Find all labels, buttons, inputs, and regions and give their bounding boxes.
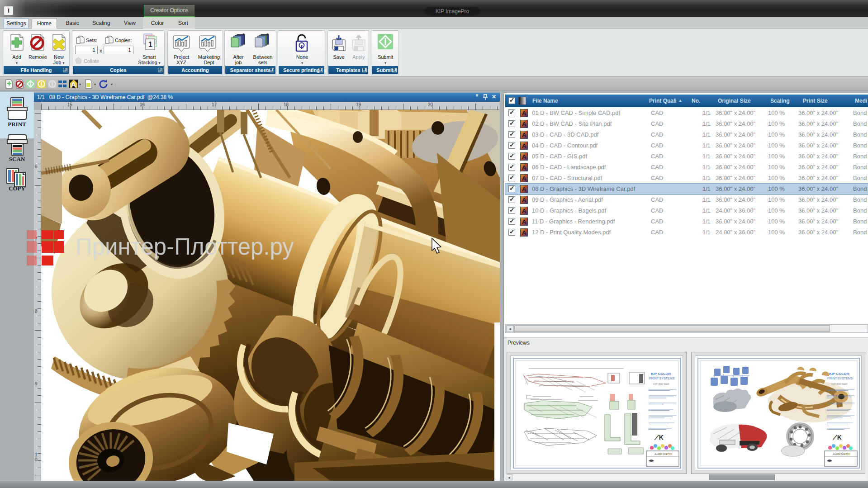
svg-text:KIP COLOR: KIP COLOR (829, 372, 849, 376)
svg-text:ALARM SKETCH: ALARM SKETCH (655, 453, 672, 455)
svg-text:1: 1 (148, 41, 152, 48)
svg-text:PRINT SYSTEMS: PRINT SYSTEMS (827, 377, 853, 380)
svg-text:⟋K: ⟋K (832, 434, 842, 441)
svg-text:PRINT SYSTEMS: PRINT SYSTEMS (649, 377, 675, 380)
svg-text:A: A (71, 81, 76, 88)
svg-text:KIP COLOR: KIP COLOR (651, 372, 671, 376)
svg-text:KIP 800 SER: KIP 800 SER (653, 383, 669, 385)
svg-text:ALARM SKETCH: ALARM SKETCH (833, 453, 850, 455)
svg-text:⟋K: ⟋K (654, 434, 664, 441)
svg-text:KIP 800 SER: KIP 800 SER (831, 383, 848, 385)
